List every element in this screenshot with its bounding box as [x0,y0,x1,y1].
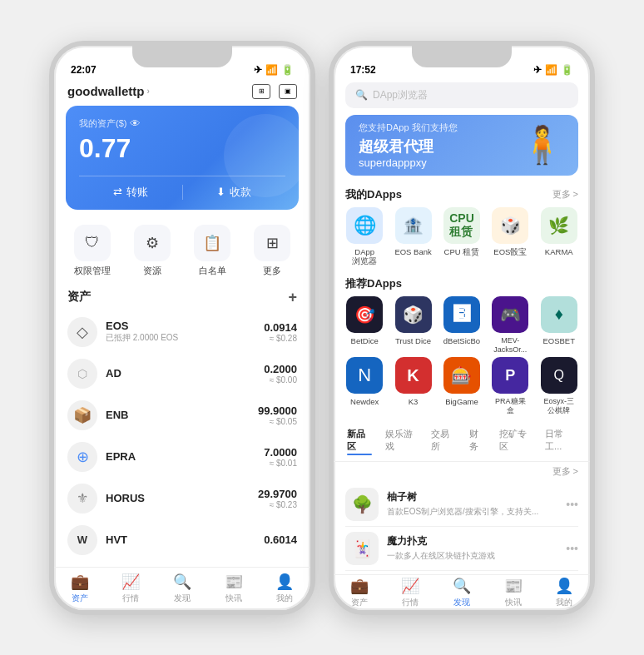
hvt-icon: W [67,525,97,555]
epra-value: 7.0000 ≈ $0.01 [264,446,297,468]
banner-text: 您支持DApp 我们支持您 超级君代理 superdapppxy [359,122,458,169]
transfer-button[interactable]: ⇄ 转账 [79,185,182,200]
dapp-newdex[interactable]: N Newdex [343,357,386,415]
dapp-dbetsicbo[interactable]: 🅱 dBetSicBo [440,296,483,355]
left-tab-bar: 💼 资产 📈 行情 🔍 发现 📰 快讯 👤 我的 [54,567,310,610]
asset-row-hvt[interactable]: W HVT 0.6014 [54,519,310,561]
tab-new[interactable]: 新品区 [340,425,379,458]
ad-value: 0.2000 ≈ $0.00 [264,363,297,385]
notch-left [132,46,232,67]
trustdice-icon: 🎲 [395,296,432,333]
dapp-eos-dice[interactable]: 🎲 EOS骰宝 [488,207,532,266]
dapp-cpu[interactable]: CPU租赁 CPU 租赁 [440,207,483,266]
dapp-eosyx[interactable]: Q Eosyx-三公棋牌 [537,357,581,415]
my-dapps-grid: 🌐 DApp浏览器 🏦 EOS Bank CPU租赁 CPU 租赁 🎲 EOS骰… [334,207,590,273]
new-item-yuzishu[interactable]: 🌳 柚子树 首款EOS制户浏览器/搜索引擎，支持关... ••• [345,483,578,527]
status-icons-left: ✈ 📶 🔋 [254,64,294,76]
eosbet-icon: ♦ [541,296,577,333]
asset-row-eos[interactable]: ◇ EOS 已抵押 2.0000 EOS 0.0914 ≈ $0.28 [54,311,310,353]
time-left: 22:07 [71,64,97,76]
asset-actions: ⇄ 转账 ⬇ 收款 [79,176,285,200]
tab-news-right[interactable]: 📰 快讯 [488,577,539,608]
left-phone-content: goodwallettp › ⊞ ▣ 我的资产($) 👁 0.77 ⇄ 转账 [54,79,310,610]
grid-icon[interactable]: ▣ [279,84,297,99]
right-tab-bar: 💼 资产 📈 行情 🔍 发现 📰 快讯 👤 我的 [334,574,590,610]
battery-icon: 🔋 [281,64,294,76]
hvt-info: HVT [106,533,255,546]
tab-market-left[interactable]: 📈 行情 [106,573,157,604]
new-more-link[interactable]: 更多 > [552,465,578,478]
news-tab-icon: 📰 [225,573,243,591]
tab-daily[interactable]: 日常工... [538,425,583,458]
enb-icon: 📦 [67,400,97,430]
eosyx-icon: Q [541,357,577,394]
newdex-icon: N [346,357,383,394]
market-tab-icon-r: 📈 [401,577,419,595]
my-dapps-more[interactable]: 更多 > [552,188,578,201]
tab-mining[interactable]: 挖矿专区 [493,425,539,458]
dapp-mev[interactable]: 🎮 MEV-JacksOr... [488,296,532,355]
eos-info: EOS 已抵押 2.0000 EOS [106,320,255,344]
tab-profile-right[interactable]: 👤 我的 [538,577,590,608]
receive-icon: ⬇ [216,186,225,198]
horus-info: HORUS [106,492,250,504]
tab-assets-right[interactable]: 💼 资产 [334,577,385,608]
yuzishu-icon: 🌳 [345,488,379,521]
asset-row-enb[interactable]: 📦 ENB 99.9000 ≈ $0.05 [54,394,310,436]
header-icons: ⊞ ▣ [252,84,297,99]
banner-figure: 🧍 [519,123,565,166]
dapp-pra[interactable]: P PRA糖果盒 [488,357,532,415]
dapp-eos-bank[interactable]: 🏦 EOS Bank [392,207,435,266]
tab-finance[interactable]: 财务 [463,425,493,458]
more-grid-icon: ⊞ [254,225,290,261]
horus-icon: ⚜ [67,484,97,514]
tab-assets-left[interactable]: 💼 资产 [54,573,106,604]
asset-amount: 0.77 [79,133,285,164]
add-asset-button[interactable]: + [288,289,297,306]
eos-icon: ◇ [67,317,97,347]
dapp-browser[interactable]: 🌐 DApp浏览器 [343,207,386,266]
tab-market-right[interactable]: 📈 行情 [385,577,437,608]
dapp-karma[interactable]: 🌿 KARMA [537,207,581,266]
tab-discover-right[interactable]: 🔍 发现 [436,577,488,608]
status-icons-right: ✈ 📶 🔋 [533,64,573,76]
quick-nav: 🛡 权限管理 ⚙ 资源 📋 白名单 ⊞ 更多 [54,220,310,285]
item-dots-1: ••• [566,498,578,511]
tab-exchange[interactable]: 交易所 [424,425,463,458]
receive-button[interactable]: ⬇ 收款 [182,185,286,200]
new-item-poker[interactable]: 🃏 魔力扑克 一款多人在线区块链扑克游戏 ••• [345,527,578,571]
asset-label: 我的资产($) 👁 [79,117,285,130]
transfer-icon: ⇄ [113,186,122,198]
asset-row-ad[interactable]: ⬡ AD 0.2000 ≈ $0.00 [54,353,310,394]
dapp-betdice[interactable]: 🎯 BetDice [343,296,386,355]
tab-news-left[interactable]: 📰 快讯 [208,573,260,604]
tab-profile-left[interactable]: 👤 我的 [259,573,310,604]
yuzishu-info: 柚子树 首款EOS制户浏览器/搜索引擎，支持关... [387,490,557,518]
tab-discover-left[interactable]: 🔍 发现 [156,573,208,604]
quick-nav-permissions[interactable]: 🛡 权限管理 [74,225,111,277]
tab-games[interactable]: 娱乐游戏 [379,425,425,458]
scan-icon[interactable]: ⊞ [252,84,270,99]
dapp-biggame[interactable]: 🎰 BigGame [440,357,483,415]
epra-info: EPRA [106,450,255,463]
notch-right [412,46,512,67]
recommended-row2: N Newdex K K3 🎰 BigGame P PRA糖果盒 Q Eosyx… [334,357,590,422]
dapp-k3[interactable]: K K3 [392,357,435,415]
dapp-trustdice[interactable]: 🎲 Trust Dice [392,296,435,355]
wallet-title[interactable]: goodwallettp › [67,84,150,98]
dapp-eosbet[interactable]: ♦ EOSBET [537,296,581,355]
profile-tab-icon: 👤 [275,573,294,591]
asset-row-horus[interactable]: ⚜ HORUS 29.9700 ≈ $0.23 [54,478,310,519]
quick-nav-more[interactable]: ⊞ 更多 [254,225,290,277]
asset-row-epra[interactable]: ⊕ EPRA 7.0000 ≈ $0.01 [54,436,310,478]
quick-nav-whitelist[interactable]: 📋 白名单 [194,225,230,277]
resource-icon: ⚙ [134,225,171,261]
asset-list: ◇ EOS 已抵押 2.0000 EOS 0.0914 ≈ $0.28 ⬡ AD… [54,311,310,567]
left-phone: 22:07 ✈ 📶 🔋 goodwallettp › ⊞ ▣ 我的资产($) 👁 [49,41,315,615]
eye-icon[interactable]: 👁 [130,117,141,130]
ad-info: AD [106,367,255,380]
search-bar[interactable]: 🔍 DApp浏览器 [345,82,578,108]
quick-nav-resources[interactable]: ⚙ 资源 [134,225,171,277]
promo-banner[interactable]: 您支持DApp 我们支持您 超级君代理 superdapppxy 🧍 [345,115,578,176]
new-more-header: 更多 > [345,465,578,478]
